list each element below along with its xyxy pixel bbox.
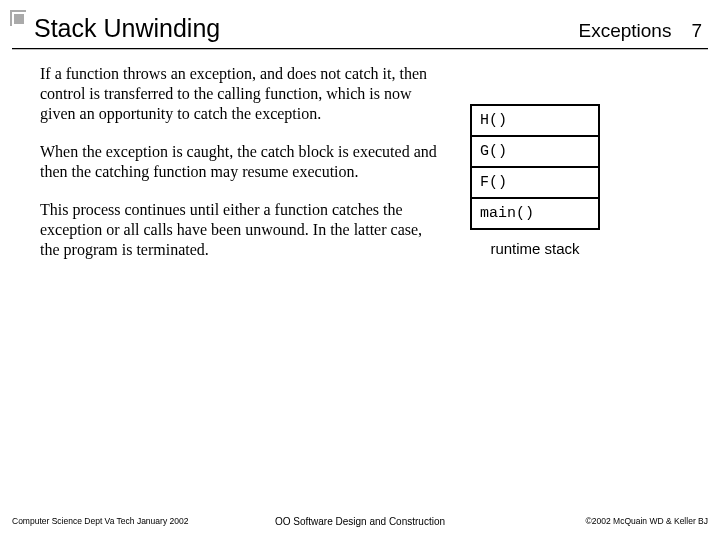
runtime-stack: H() G() F() main(): [470, 104, 600, 230]
topic-label: Exceptions: [578, 20, 671, 42]
paragraph-1: If a function throws an exception, and d…: [40, 64, 440, 124]
text-column: If a function throws an exception, and d…: [40, 64, 440, 496]
header: Stack Unwinding Exceptions 7: [34, 14, 702, 43]
page-title: Stack Unwinding: [34, 14, 220, 43]
header-right: Exceptions 7: [578, 20, 702, 42]
stack-column: H() G() F() main() runtime stack: [470, 64, 640, 496]
stack-frame: H(): [472, 106, 598, 137]
stack-caption: runtime stack: [470, 240, 600, 257]
corner-decoration: [10, 10, 26, 26]
stack-frame: main(): [472, 199, 598, 228]
paragraph-3: This process continues until either a fu…: [40, 200, 440, 260]
header-rule: [12, 48, 708, 49]
stack-frame: F(): [472, 168, 598, 199]
footer: Computer Science Dept Va Tech January 20…: [12, 516, 708, 526]
page-number: 7: [691, 20, 702, 42]
stack-frame: G(): [472, 137, 598, 168]
body: If a function throws an exception, and d…: [40, 64, 690, 496]
footer-center: OO Software Design and Construction: [12, 516, 708, 527]
paragraph-2: When the exception is caught, the catch …: [40, 142, 440, 182]
slide: Stack Unwinding Exceptions 7 If a functi…: [0, 0, 720, 540]
